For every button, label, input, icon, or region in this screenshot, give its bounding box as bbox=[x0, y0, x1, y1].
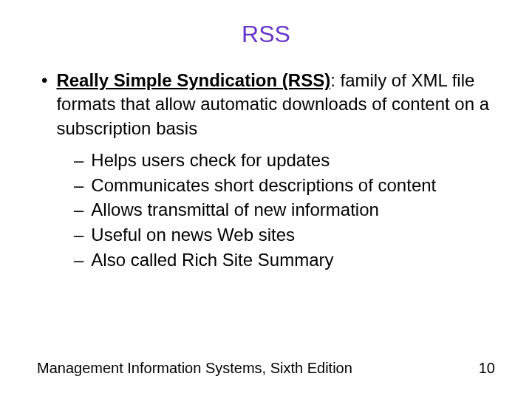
sub-item-text: Communicates short descriptions of conte… bbox=[91, 173, 436, 198]
slide-footer: Management Information Systems, Sixth Ed… bbox=[37, 360, 495, 377]
list-item: – Helps users check for updates bbox=[74, 148, 495, 173]
dash-marker: – bbox=[74, 197, 83, 222]
sub-bullet-list: – Helps users check for updates – Commun… bbox=[74, 148, 495, 272]
dash-marker: – bbox=[74, 173, 83, 198]
sub-item-text: Helps users check for updates bbox=[91, 148, 330, 173]
slide-title: RSS bbox=[37, 21, 495, 48]
main-bullet: • Really Simple Syndication (RSS): famil… bbox=[37, 69, 495, 140]
main-bullet-text: Really Simple Syndication (RSS): family … bbox=[56, 69, 495, 140]
list-item: – Useful on news Web sites bbox=[74, 222, 495, 248]
dash-marker: – bbox=[74, 222, 83, 248]
footer-source: Management Information Systems, Sixth Ed… bbox=[37, 360, 352, 377]
dash-marker: – bbox=[74, 248, 83, 273]
sub-item-text: Useful on news Web sites bbox=[91, 222, 295, 248]
slide-number: 10 bbox=[479, 360, 495, 377]
defined-term: Really Simple Syndication (RSS) bbox=[56, 70, 330, 90]
list-item: – Allows transmittal of new information bbox=[74, 197, 495, 222]
bullet-marker: • bbox=[41, 69, 47, 140]
list-item: – Communicates short descriptions of con… bbox=[74, 173, 495, 198]
sub-item-text: Allows transmittal of new information bbox=[91, 197, 378, 222]
list-item: – Also called Rich Site Summary bbox=[74, 248, 495, 273]
dash-marker: – bbox=[74, 148, 83, 173]
sub-item-text: Also called Rich Site Summary bbox=[91, 248, 333, 273]
